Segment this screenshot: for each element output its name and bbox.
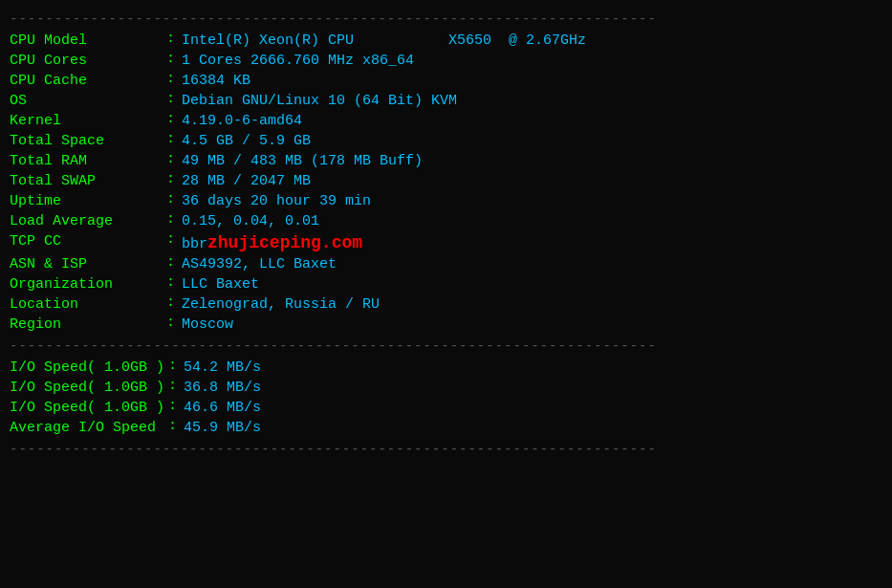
region-colon: :	[163, 315, 182, 335]
io-speed-2-colon: :	[164, 378, 184, 398]
cpu-info-table: CPU Model : Intel(R) Xeon(R) CPU X5650 @…	[10, 31, 882, 335]
io-info-table: I/O Speed( 1.0GB ) : 54.2 MB/s I/O Speed…	[10, 358, 882, 438]
load-average-label: Load Average	[10, 211, 163, 231]
middle-divider: ----------------------------------------…	[10, 338, 882, 354]
total-swap-value: 28 MB / 2047 MB	[182, 171, 882, 191]
kernel-label: Kernel	[10, 111, 163, 131]
cpu-cores-value: 1 Cores 2666.760 MHz x86_64	[182, 51, 882, 71]
avg-io-speed-label: Average I/O Speed	[10, 418, 164, 438]
total-swap-colon: :	[163, 171, 182, 191]
tcp-cc-label: TCP CC	[10, 231, 163, 254]
table-row: I/O Speed( 1.0GB ) : 36.8 MB/s	[10, 378, 882, 398]
table-row: CPU Cores : 1 Cores 2666.760 MHz x86_64	[10, 51, 882, 71]
avg-io-speed-colon: :	[164, 418, 184, 438]
table-row: Location : Zelenograd, Russia / RU	[10, 294, 882, 315]
io-section: I/O Speed( 1.0GB ) : 54.2 MB/s I/O Speed…	[10, 358, 882, 438]
os-label: OS	[10, 91, 163, 111]
uptime-label: Uptime	[10, 191, 163, 211]
total-ram-value: 49 MB / 483 MB (178 MB Buff)	[182, 151, 882, 171]
cpu-cache-value: 16384 KB	[182, 71, 882, 91]
total-space-value: 4.5 GB / 5.9 GB	[182, 131, 882, 151]
total-swap-label: Total SWAP	[10, 171, 163, 191]
asn-isp-label: ASN & ISP	[10, 254, 163, 274]
avg-io-speed-value: 45.9 MB/s	[184, 418, 882, 438]
io-speed-1-value: 54.2 MB/s	[184, 358, 882, 378]
table-row: Total Space : 4.5 GB / 5.9 GB	[10, 131, 882, 151]
table-row: Organization : LLC Baxet	[10, 274, 882, 294]
cpu-info-section: CPU Model : Intel(R) Xeon(R) CPU X5650 @…	[10, 31, 882, 335]
table-row: TCP CC : bbrzhujiceping.com	[10, 231, 882, 254]
cpu-model-colon: :	[163, 31, 182, 51]
table-row: ASN & ISP : AS49392, LLC Baxet	[10, 254, 882, 274]
load-average-colon: :	[163, 211, 182, 231]
kernel-colon: :	[163, 111, 182, 131]
region-label: Region	[10, 315, 163, 335]
table-row: Total SWAP : 28 MB / 2047 MB	[10, 171, 882, 191]
load-average-value: 0.15, 0.04, 0.01	[182, 211, 882, 231]
total-space-label: Total Space	[10, 131, 163, 151]
table-row: CPU Model : Intel(R) Xeon(R) CPU X5650 @…	[10, 31, 882, 51]
watermark-text: zhujiceping.com	[207, 233, 362, 252]
io-speed-3-value: 46.6 MB/s	[184, 398, 882, 418]
cpu-cores-colon: :	[163, 51, 182, 71]
asn-isp-value: AS49392, LLC Baxet	[182, 254, 882, 274]
cpu-cache-label: CPU Cache	[10, 71, 163, 91]
bottom-divider: ----------------------------------------…	[10, 442, 882, 457]
uptime-value: 36 days 20 hour 39 min	[182, 191, 882, 211]
cpu-model-value: Intel(R) Xeon(R) CPU X5650 @ 2.67GHz	[182, 31, 882, 51]
table-row: Uptime : 36 days 20 hour 39 min	[10, 191, 882, 211]
organization-label: Organization	[10, 274, 163, 294]
cpu-model-label: CPU Model	[10, 31, 163, 51]
cpu-cache-colon: :	[163, 71, 182, 91]
io-speed-2-value: 36.8 MB/s	[184, 378, 882, 398]
location-colon: :	[163, 294, 182, 315]
table-row: I/O Speed( 1.0GB ) : 46.6 MB/s	[10, 398, 882, 418]
asn-isp-colon: :	[163, 254, 182, 274]
table-row: Region : Moscow	[10, 315, 882, 335]
total-ram-label: Total RAM	[10, 151, 163, 171]
organization-value: LLC Baxet	[182, 274, 882, 294]
bbr-text: bbr	[182, 236, 207, 252]
io-speed-3-colon: :	[164, 398, 184, 418]
location-value: Zelenograd, Russia / RU	[182, 294, 882, 315]
io-speed-3-label: I/O Speed( 1.0GB )	[10, 398, 164, 418]
table-row: I/O Speed( 1.0GB ) : 54.2 MB/s	[10, 358, 882, 378]
organization-colon: :	[163, 274, 182, 294]
total-space-colon: :	[163, 131, 182, 151]
io-speed-1-label: I/O Speed( 1.0GB )	[10, 358, 164, 378]
os-value: Debian GNU/Linux 10 (64 Bit) KVM	[182, 91, 882, 111]
io-speed-2-label: I/O Speed( 1.0GB )	[10, 378, 164, 398]
table-row: Total RAM : 49 MB / 483 MB (178 MB Buff)	[10, 151, 882, 171]
io-speed-1-colon: :	[164, 358, 184, 378]
table-row: Kernel : 4.19.0-6-amd64	[10, 111, 882, 131]
kernel-value: 4.19.0-6-amd64	[182, 111, 882, 131]
table-row: Load Average : 0.15, 0.04, 0.01	[10, 211, 882, 231]
uptime-colon: :	[163, 191, 182, 211]
table-row: Average I/O Speed : 45.9 MB/s	[10, 418, 882, 438]
os-colon: :	[163, 91, 182, 111]
table-row: OS : Debian GNU/Linux 10 (64 Bit) KVM	[10, 91, 882, 111]
top-divider: ----------------------------------------…	[10, 11, 882, 27]
tcp-cc-colon: :	[163, 231, 182, 254]
region-value: Moscow	[182, 315, 882, 335]
location-label: Location	[10, 294, 163, 315]
table-row: CPU Cache : 16384 KB	[10, 71, 882, 91]
cpu-cores-label: CPU Cores	[10, 51, 163, 71]
tcp-cc-value: bbrzhujiceping.com	[182, 231, 882, 254]
total-ram-colon: :	[163, 151, 182, 171]
